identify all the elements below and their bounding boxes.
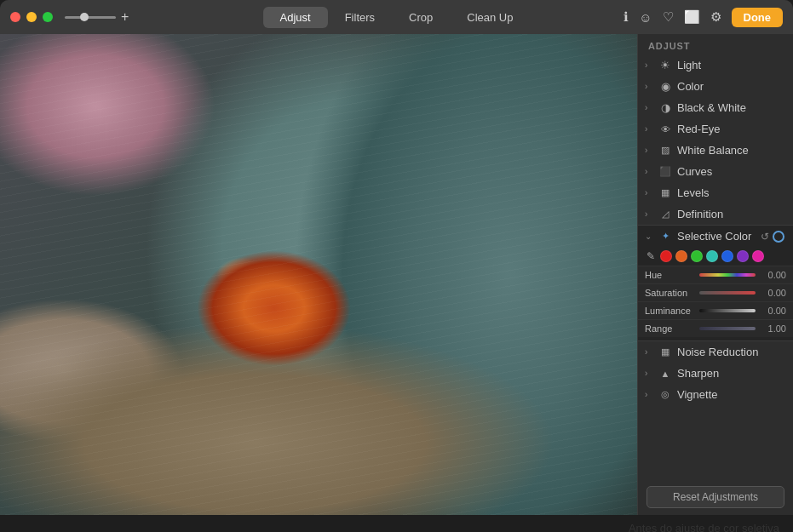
- minimize-button[interactable]: [26, 12, 37, 22]
- share-icon[interactable]: ⬜: [684, 9, 700, 25]
- hue-slider[interactable]: [699, 269, 756, 281]
- sc-circle-icon[interactable]: [773, 231, 784, 243]
- saturation-slider[interactable]: [699, 287, 756, 299]
- chevron-color: ›: [645, 82, 653, 91]
- chevron-redeye: ›: [645, 124, 653, 134]
- luminance-label: Luminance: [645, 306, 694, 316]
- adjust-item-noise[interactable]: › ▦ Noise Reduction: [638, 341, 793, 363]
- color-label: Color: [677, 80, 784, 93]
- titlebar: + Adjust Filters Crop Clean Up ℹ ☺ ♡ ⬜ ⚙…: [0, 0, 793, 34]
- swatch-green[interactable]: [691, 250, 703, 262]
- maximize-button[interactable]: [43, 12, 53, 22]
- close-button[interactable]: [10, 12, 20, 22]
- adjust-item-wb[interactable]: › ▨ White Balance: [638, 140, 793, 161]
- bw-label: Black & White: [677, 101, 784, 114]
- luminance-bar: [699, 309, 756, 312]
- brightness-thumb[interactable]: [80, 13, 89, 21]
- vignette-label: Vignette: [677, 388, 784, 401]
- saturation-value: 0.00: [761, 288, 786, 298]
- tab-crop[interactable]: Crop: [392, 7, 450, 28]
- hue-value: 0.00: [761, 270, 786, 280]
- luminance-value: 0.00: [761, 306, 786, 316]
- definition-label: Definition: [677, 208, 784, 220]
- wb-icon: ▨: [658, 145, 672, 156]
- chevron-curves: ›: [645, 167, 653, 176]
- range-bar: [699, 327, 756, 330]
- traffic-lights: [10, 12, 53, 22]
- nav-tabs: Adjust Filters Crop Clean Up: [263, 7, 531, 28]
- hue-row: Hue 0.00: [638, 266, 793, 283]
- chevron-levels: ›: [645, 188, 653, 197]
- swatch-teal[interactable]: [706, 250, 718, 262]
- noise-label: Noise Reduction: [677, 346, 784, 358]
- adjust-item-sharpen[interactable]: › ▲ Sharpen: [638, 363, 793, 384]
- color-icon: ◉: [658, 80, 672, 93]
- adjust-item-color[interactable]: › ◉ Color: [638, 76, 793, 97]
- sharpen-label: Sharpen: [677, 367, 784, 380]
- adjust-item-bw[interactable]: › ◑ Black & White: [638, 97, 793, 118]
- right-panel: ADJUST › ☀ Light › ◉ Color › ◑: [637, 34, 793, 515]
- reset-btn-area: Reset Adjustments: [638, 479, 793, 515]
- adjust-item-vignette[interactable]: › ◎ Vignette: [638, 384, 793, 405]
- definition-icon: ◿: [658, 209, 672, 220]
- chevron-vignette: ›: [645, 390, 653, 399]
- range-value: 1.00: [761, 323, 786, 334]
- tools-icon[interactable]: ⚙: [710, 9, 721, 25]
- swatch-purple[interactable]: [737, 250, 749, 262]
- redeye-label: Red-Eye: [677, 123, 784, 135]
- luminance-slider[interactable]: [699, 305, 756, 317]
- tab-filters[interactable]: Filters: [328, 7, 392, 28]
- sharpen-icon: ▲: [658, 369, 672, 379]
- photo-image: [0, 34, 637, 515]
- saturation-row: Saturation 0.00: [638, 283, 793, 301]
- redeye-icon: 👁: [658, 124, 672, 134]
- adjust-item-definition[interactable]: › ◿ Definition: [638, 203, 793, 225]
- chevron-wb: ›: [645, 146, 653, 155]
- range-label: Range: [645, 323, 694, 334]
- tab-cleanup[interactable]: Clean Up: [450, 7, 530, 28]
- luminance-row: Luminance 0.00: [638, 301, 793, 319]
- sc-icon: ✦: [658, 231, 672, 242]
- bw-icon: ◑: [658, 101, 672, 114]
- range-row: Range 1.00: [638, 319, 793, 337]
- light-icon: ☀: [658, 59, 672, 72]
- hue-bar: [699, 273, 756, 277]
- curves-label: Curves: [677, 165, 784, 178]
- noise-icon: ▦: [658, 346, 672, 358]
- swatch-blue[interactable]: [721, 250, 733, 262]
- color-swatches: ✎: [638, 247, 793, 266]
- adjust-item-levels[interactable]: › ▦ Levels: [638, 182, 793, 203]
- range-slider[interactable]: [699, 323, 756, 335]
- levels-label: Levels: [677, 186, 784, 199]
- sc-label: Selective Color: [677, 230, 756, 243]
- info-icon[interactable]: ℹ: [623, 9, 629, 25]
- plus-icon[interactable]: +: [121, 10, 129, 24]
- brightness-track[interactable]: [65, 16, 116, 19]
- selective-color-section: ⌄ ✦ Selective Color ↺ ✎: [638, 225, 793, 341]
- levels-icon: ▦: [658, 187, 672, 198]
- adjust-list: › ☀ Light › ◉ Color › ◑ Black & White: [638, 54, 793, 479]
- adjust-item-curves[interactable]: › ⬛ Curves: [638, 161, 793, 182]
- sc-sliders: Hue 0.00 Saturation 0.00: [638, 266, 793, 340]
- swatch-pink[interactable]: [752, 250, 764, 262]
- chevron-definition: ›: [645, 209, 653, 219]
- saturation-label: Saturation: [645, 288, 694, 298]
- heart-icon[interactable]: ♡: [663, 9, 674, 25]
- swatch-orange[interactable]: [675, 250, 687, 262]
- chevron-sharpen: ›: [645, 369, 653, 378]
- sc-undo-icon[interactable]: ↺: [761, 231, 769, 243]
- adjust-item-light[interactable]: › ☀ Light: [638, 54, 793, 76]
- chevron-noise: ›: [645, 347, 653, 357]
- done-button[interactable]: Done: [732, 8, 784, 27]
- brightness-slider-area: +: [65, 10, 129, 24]
- adjust-item-selective-color[interactable]: ⌄ ✦ Selective Color ↺: [638, 226, 793, 247]
- chevron-sc: ⌄: [645, 232, 653, 241]
- adjust-item-redeye[interactable]: › 👁 Red-Eye: [638, 118, 793, 140]
- reset-button[interactable]: Reset Adjustments: [646, 486, 784, 508]
- emoji-icon[interactable]: ☺: [639, 10, 652, 25]
- hue-label: Hue: [645, 270, 694, 280]
- tab-adjust[interactable]: Adjust: [263, 7, 328, 28]
- curves-icon: ⬛: [658, 166, 672, 177]
- pencil-icon[interactable]: ✎: [646, 250, 655, 262]
- swatch-red[interactable]: [660, 250, 672, 262]
